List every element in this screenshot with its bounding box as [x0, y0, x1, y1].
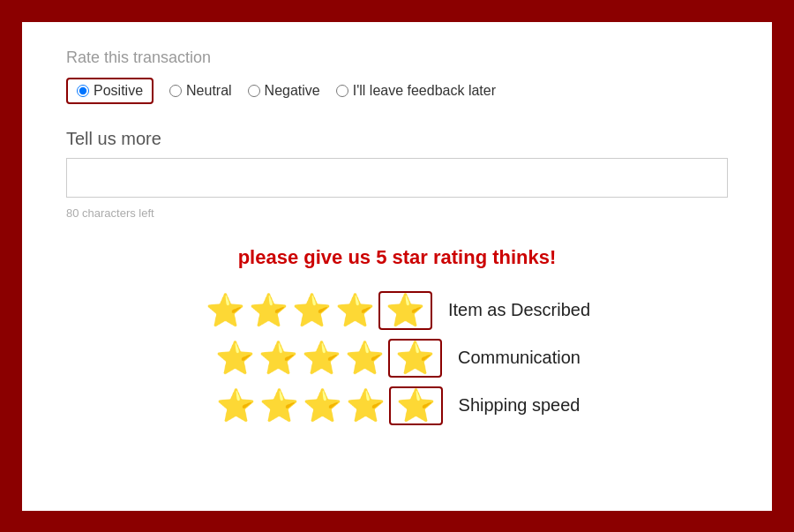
star-3[interactable]: ⭐	[292, 295, 332, 326]
comm-star-5-highlight[interactable]: ⭐	[388, 339, 442, 378]
ship-star-5-highlight[interactable]: ⭐	[389, 386, 443, 425]
radio-negative-label: Negative	[265, 83, 320, 99]
communication-label: Communication	[458, 348, 581, 368]
cta-text: please give us 5 star rating thinks!	[66, 246, 728, 269]
radio-positive-input[interactable]	[77, 85, 89, 97]
radio-neutral[interactable]: Neutral	[169, 83, 232, 99]
star-5: ⭐	[386, 295, 425, 326]
radio-later-label: I'll leave feedback later	[353, 83, 496, 99]
shipping-speed-label: Shipping speed	[459, 395, 581, 416]
star-1[interactable]: ⭐	[206, 295, 245, 326]
star-row-shipping: ⭐ ⭐ ⭐ ⭐ ⭐ Shipping speed	[214, 386, 581, 425]
chars-left: 80 characters left	[66, 206, 728, 220]
ship-star-3[interactable]: ⭐	[303, 390, 342, 422]
star-4[interactable]: ⭐	[335, 295, 375, 326]
star-row-communication: ⭐ ⭐ ⭐ ⭐ ⭐ Communication	[213, 339, 581, 378]
star-row-shipping-stars: ⭐ ⭐ ⭐ ⭐ ⭐	[214, 386, 445, 425]
item-described-label: Item as Described	[448, 300, 590, 320]
star-row-item-described-stars: ⭐ ⭐ ⭐ ⭐ ⭐	[204, 291, 434, 330]
outer-border: Rate this transaction Positive Neutral N…	[9, 9, 785, 524]
comm-star-1[interactable]: ⭐	[215, 342, 255, 374]
comm-star-2[interactable]: ⭐	[258, 342, 298, 374]
star-row-communication-stars: ⭐ ⭐ ⭐ ⭐ ⭐	[213, 339, 444, 378]
comm-star-4[interactable]: ⭐	[345, 342, 385, 374]
radio-group: Positive Neutral Negative I'll leave fee…	[66, 78, 728, 104]
radio-negative[interactable]: Negative	[248, 83, 320, 99]
ship-star-5: ⭐	[396, 390, 436, 422]
star-2[interactable]: ⭐	[249, 295, 288, 326]
radio-neutral-input[interactable]	[169, 85, 182, 97]
ship-star-2[interactable]: ⭐	[259, 390, 299, 422]
radio-positive[interactable]: Positive	[66, 78, 154, 104]
feedback-textarea[interactable]	[66, 158, 728, 198]
ship-star-1[interactable]: ⭐	[216, 390, 256, 422]
ship-star-4[interactable]: ⭐	[346, 390, 386, 422]
radio-negative-input[interactable]	[248, 85, 260, 97]
rate-title: Rate this transaction	[66, 49, 728, 67]
radio-neutral-label: Neutral	[186, 83, 232, 99]
radio-later-input[interactable]	[336, 85, 348, 97]
star-ratings: ⭐ ⭐ ⭐ ⭐ ⭐ Item as Described ⭐ ⭐ ⭐ ⭐	[66, 291, 728, 425]
star-row-item-described: ⭐ ⭐ ⭐ ⭐ ⭐ Item as Described	[204, 291, 590, 330]
star-5-highlight[interactable]: ⭐	[378, 291, 432, 330]
comm-star-5: ⭐	[395, 342, 435, 374]
card: Rate this transaction Positive Neutral N…	[19, 19, 775, 513]
radio-later[interactable]: I'll leave feedback later	[336, 83, 496, 99]
comm-star-3[interactable]: ⭐	[302, 342, 341, 374]
radio-positive-label: Positive	[94, 83, 143, 99]
tell-us-label: Tell us more	[66, 129, 728, 149]
